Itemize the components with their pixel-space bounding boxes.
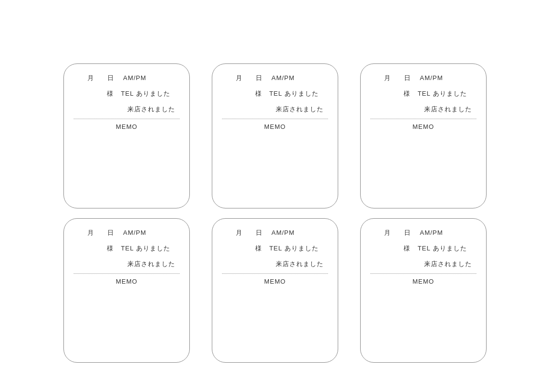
month-label: 月	[236, 228, 243, 237]
month-label: 月	[384, 74, 391, 83]
ampm-label: AM/PM	[123, 229, 146, 236]
day-label: 日	[404, 74, 411, 83]
visit-label: 来店されました	[127, 105, 175, 113]
visit-label: 来店されました	[424, 260, 472, 268]
memo-card: 月 日 AM/PM 様 TEL ありました 来店されました MEMO	[212, 218, 338, 363]
visit-line: 来店されました	[369, 98, 477, 114]
memo-label: MEMO	[73, 274, 181, 285]
visit-line: 来店されました	[221, 253, 329, 268]
memo-label: MEMO	[221, 119, 329, 130]
day-label: 日	[256, 228, 263, 237]
ampm-label: AM/PM	[123, 74, 146, 82]
memo-card: 月 日 AM/PM 様 TEL ありました 来店されました MEMO	[360, 218, 487, 363]
name-line: 様 TEL ありました	[221, 83, 329, 98]
memo-label: MEMO	[221, 274, 329, 285]
day-label: 日	[107, 228, 114, 237]
tel-label: TEL ありました	[269, 245, 319, 252]
visit-line: 来店されました	[221, 98, 329, 114]
day-label: 日	[107, 74, 114, 83]
ampm-label: AM/PM	[271, 74, 295, 82]
name-line: 様 TEL ありました	[221, 237, 329, 253]
ampm-label: AM/PM	[420, 74, 443, 82]
memo-card: 月 日 AM/PM 様 TEL ありました 来店されました MEMO	[63, 63, 190, 208]
memo-card: 月 日 AM/PM 様 TEL ありました 来店されました MEMO	[63, 218, 190, 363]
visit-label: 来店されました	[424, 105, 472, 113]
memo-template-page: 月 日 AM/PM 様 TEL ありました 来店されました MEMO 月 日 A…	[0, 0, 550, 392]
month-label: 月	[87, 228, 94, 237]
tel-label: TEL ありました	[269, 90, 319, 97]
month-label: 月	[87, 74, 94, 83]
sama-label: 様	[255, 245, 262, 252]
day-label: 日	[404, 228, 411, 237]
name-line: 様 TEL ありました	[369, 237, 477, 253]
visit-line: 来店されました	[369, 253, 477, 268]
memo-card: 月 日 AM/PM 様 TEL ありました 来店されました MEMO	[360, 63, 487, 208]
name-line: 様 TEL ありました	[73, 83, 181, 98]
memo-label: MEMO	[73, 119, 181, 130]
ampm-label: AM/PM	[271, 229, 295, 236]
day-label: 日	[256, 74, 263, 83]
memo-card: 月 日 AM/PM 様 TEL ありました 来店されました MEMO	[212, 63, 338, 208]
name-line: 様 TEL ありました	[369, 83, 477, 98]
sama-label: 様	[404, 245, 410, 252]
name-line: 様 TEL ありました	[73, 237, 181, 253]
sama-label: 様	[255, 90, 262, 97]
visit-line: 来店されました	[73, 253, 181, 268]
tel-label: TEL ありました	[121, 245, 170, 252]
sama-label: 様	[107, 90, 114, 97]
date-line: 月 日 AM/PM	[369, 72, 477, 83]
visit-line: 来店されました	[73, 98, 181, 114]
sama-label: 様	[107, 245, 114, 252]
date-line: 月 日 AM/PM	[221, 72, 329, 83]
visit-label: 来店されました	[127, 260, 175, 268]
date-line: 月 日 AM/PM	[369, 227, 477, 237]
visit-label: 来店されました	[276, 260, 324, 268]
date-line: 月 日 AM/PM	[73, 72, 181, 83]
date-line: 月 日 AM/PM	[73, 227, 181, 237]
tel-label: TEL ありました	[121, 90, 170, 97]
memo-label: MEMO	[369, 119, 477, 130]
date-line: 月 日 AM/PM	[221, 227, 329, 237]
memo-label: MEMO	[369, 274, 477, 285]
tel-label: TEL ありました	[418, 90, 467, 97]
card-grid: 月 日 AM/PM 様 TEL ありました 来店されました MEMO 月 日 A…	[63, 63, 487, 363]
ampm-label: AM/PM	[420, 229, 443, 236]
sama-label: 様	[404, 90, 410, 97]
month-label: 月	[384, 228, 391, 237]
visit-label: 来店されました	[276, 105, 324, 113]
tel-label: TEL ありました	[418, 245, 467, 252]
month-label: 月	[236, 74, 243, 83]
